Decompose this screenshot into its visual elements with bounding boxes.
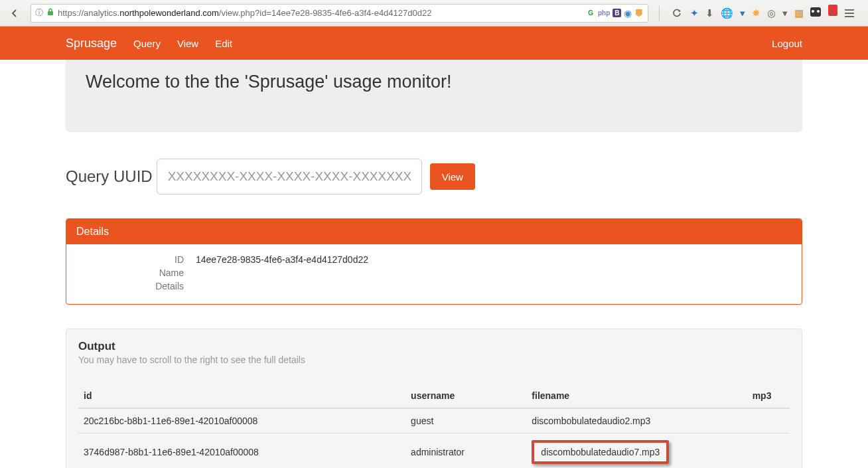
url-host: northpolewonderland.com — [119, 8, 219, 18]
detail-label: Name — [80, 268, 196, 278]
detail-label: ID — [80, 254, 196, 265]
cell-filename: discombobulatedaudio2.mp3 — [526, 408, 747, 433]
url-bar[interactable]: ⓘ https://analytics.northpolewonderland.… — [31, 4, 648, 23]
ext-g-icon[interactable]: G — [586, 9, 595, 17]
ext-shield-icon[interactable]: ⛊ — [634, 8, 644, 19]
download-icon[interactable]: ⬇ — [705, 7, 714, 19]
detail-row-name: Name — [80, 268, 788, 278]
nav-view[interactable]: View — [177, 38, 198, 49]
details-panel: Details ID 14ee7e28-9835-4fe6-a3f4-e4d41… — [66, 218, 802, 305]
back-button[interactable] — [5, 4, 24, 23]
chrome-divider — [659, 6, 660, 21]
cell-filename-highlighted: discombobulatedaudio7.mp3 — [526, 433, 747, 469]
url-prefix: https://analytics. — [58, 8, 119, 18]
ext-star-icon[interactable]: ▾ — [740, 7, 745, 19]
output-heading: Output — [78, 340, 790, 353]
detail-label: Details — [80, 281, 196, 291]
nav-logout[interactable]: Logout — [772, 38, 802, 49]
nav-edit[interactable]: Edit — [215, 38, 232, 49]
svg-rect-0 — [48, 11, 53, 15]
col-mp3: mp3 — [747, 384, 790, 408]
view-button[interactable]: View — [430, 163, 475, 190]
output-table: id username filename mp3 20c216bc-b8b1-1… — [78, 384, 790, 468]
ext-wappalyzer-icon[interactable]: ◉ — [624, 8, 632, 19]
ext-more-icon[interactable]: ▾ — [782, 7, 788, 19]
query-uuid-input[interactable] — [157, 159, 422, 195]
cell-mp3 — [747, 408, 790, 433]
info-icon[interactable]: ⓘ — [35, 7, 43, 19]
url-path: /view.php?id=14ee7e28-9835-4fe6-a3f4-e4d… — [219, 8, 432, 18]
col-filename: filename — [526, 384, 747, 408]
nav-query[interactable]: Query — [133, 38, 161, 49]
cell-mp3 — [747, 433, 790, 469]
page-heading: Welcome to the the 'Sprusage' usage moni… — [86, 72, 782, 92]
details-heading: Details — [66, 219, 802, 244]
ext-target-icon[interactable]: ◎ — [767, 7, 776, 19]
cell-username: administrator — [405, 433, 526, 469]
hamburger-menu[interactable] — [840, 4, 859, 23]
col-username: username — [405, 384, 526, 408]
url-right-icons: G php B ◉ ⛊ — [586, 8, 644, 19]
ext-php-icon[interactable]: php — [598, 9, 610, 17]
col-id: id — [78, 384, 405, 408]
url-text: https://analytics.northpolewonderland.co… — [58, 8, 582, 18]
navbar: Sprusage Query View Edit Logout — [0, 27, 868, 60]
ext-puzzle-icon[interactable]: ✦ — [690, 7, 699, 19]
reload-button[interactable] — [668, 4, 686, 23]
cell-id: 20c216bc-b8b1-11e6-89e1-42010af00008 — [78, 408, 405, 433]
output-hint: You may have to scroll to the right to s… — [78, 354, 790, 365]
jumbotron: Welcome to the the 'Sprusage' usage moni… — [66, 60, 802, 132]
ext-bootstrap-icon[interactable]: B — [613, 9, 621, 17]
ext-noscript-icon[interactable]: 1 — [810, 7, 833, 19]
brand[interactable]: Sprusage — [66, 37, 117, 50]
highlight-box: discombobulatedaudio7.mp3 — [532, 440, 669, 464]
globe-icon[interactable]: 🌐 — [721, 7, 733, 19]
query-label: Query UUID — [66, 167, 153, 186]
output-panel: Output You may have to scroll to the rig… — [66, 329, 802, 468]
table-row: 3746d987-b8b1-11e6-89e1-42010af00008 adm… — [78, 433, 790, 469]
lock-icon — [47, 8, 54, 18]
ext-box-icon[interactable]: ▦ — [794, 7, 804, 19]
cell-username: guest — [405, 408, 526, 433]
badge-count: 1 — [828, 5, 837, 16]
table-row: 20c216bc-b8b1-11e6-89e1-42010af00008 gue… — [78, 408, 790, 433]
toolbar-icons: ✦ ⬇ 🌐 ▾ ✸ ◎ ▾ ▦ 1 — [690, 4, 863, 23]
detail-row-id: ID 14ee7e28-9835-4fe6-a3f4-e4d4127d0d22 — [80, 254, 788, 265]
ext-fox-icon[interactable]: ✸ — [752, 7, 760, 19]
cell-id: 3746d987-b8b1-11e6-89e1-42010af00008 — [78, 433, 405, 469]
query-row: Query UUID View — [66, 159, 802, 195]
detail-value: 14ee7e28-9835-4fe6-a3f4-e4d4127d0d22 — [196, 254, 368, 265]
browser-chrome: ⓘ https://analytics.northpolewonderland.… — [0, 0, 868, 27]
detail-row-details: Details — [80, 281, 788, 291]
